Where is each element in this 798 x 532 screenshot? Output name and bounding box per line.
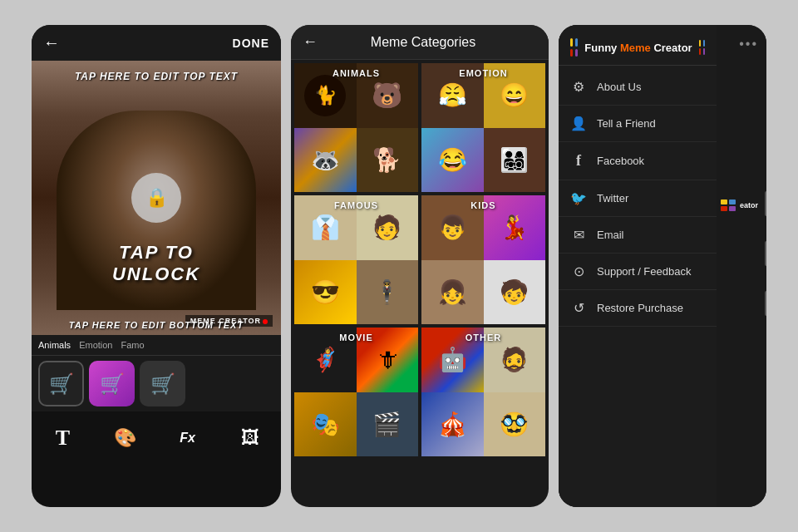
menu-item-restore[interactable]: ↺ Restore Purchase: [559, 290, 717, 327]
edge-handle-mid: [765, 241, 766, 266]
support-label: Support / Feedback: [597, 265, 691, 278]
person-icon: 👤: [570, 116, 587, 131]
category-tabs: Animals Emotion Famo: [32, 335, 281, 356]
sticker-row: 🛒 🛒 🛒: [32, 356, 281, 411]
menu-item-email[interactable]: ✉ Email: [559, 217, 717, 254]
menu-item-support[interactable]: ⊙ Support / Feedback: [559, 254, 717, 290]
menu-item-facebook[interactable]: f Facebook: [559, 142, 717, 180]
categories-title: Meme Categories: [329, 35, 517, 50]
gear-icon: ⚙: [570, 79, 587, 95]
menu-item-twitter[interactable]: 🐦 Twitter: [559, 180, 717, 217]
meme-editor-screen: ← DONE TAP HERE TO EDIT TOP TEXT 🔒 TAP T…: [32, 25, 281, 507]
email-icon: ✉: [570, 227, 587, 243]
facebook-icon: f: [570, 152, 587, 170]
color-tool[interactable]: 🎨: [107, 420, 144, 456]
tab-emotion[interactable]: Emotion: [79, 340, 112, 350]
menu-item-about[interactable]: ⚙ About Us: [559, 69, 717, 106]
tab-animals[interactable]: Animals: [38, 340, 71, 350]
meme-canvas[interactable]: TAP HERE TO EDIT TOP TEXT 🔒 TAP TOUNLOCK…: [32, 61, 281, 335]
category-emotion[interactable]: EMOTION 😤 😄 😂 👨‍👩‍👧‍👦: [421, 63, 545, 192]
sticker-item-3[interactable]: 🛒: [140, 361, 185, 406]
tab-famous[interactable]: Famo: [121, 340, 144, 350]
edge-handle-bot: [765, 291, 766, 316]
category-famous[interactable]: FAMOUS 👔 🧑 😎 🕴: [294, 195, 418, 324]
category-animals[interactable]: ANIMALS 🐈 🐻 🦝: [294, 63, 418, 192]
menu-items-list: ⚙ About Us 👤 Tell a Friend f Facebook 🐦 …: [559, 66, 717, 507]
twitter-icon: 🐦: [570, 190, 587, 206]
categories-topbar: ← Meme Categories: [291, 25, 549, 60]
tell-friend-label: Tell a Friend: [597, 117, 656, 130]
sticker-item-1[interactable]: 🛒: [38, 361, 84, 406]
image-tool[interactable]: 🖼: [232, 420, 268, 456]
category-kids[interactable]: KIDS 👦 💃 👧 🧒: [421, 195, 545, 324]
restore-label: Restore Purchase: [597, 302, 683, 314]
menu-logo-right: [699, 40, 705, 55]
category-other[interactable]: OTHER 🤖 🧔 🎪 🥸: [421, 328, 545, 456]
editor-topbar: ← DONE: [32, 25, 281, 61]
menu-item-friend[interactable]: 👤 Tell a Friend: [559, 106, 717, 142]
fx-tool[interactable]: Fx: [170, 420, 206, 456]
facebook-label: Facebook: [597, 155, 644, 167]
restore-icon: ↺: [570, 300, 587, 316]
bottom-text-overlay[interactable]: TAP HERE TO EDIT BOTTOM TEXT: [32, 320, 281, 330]
slide-menu-panel: Funny Meme Creator: [559, 25, 717, 507]
sticker-item-2[interactable]: 🛒: [89, 361, 135, 406]
top-text-overlay[interactable]: TAP HERE TO EDIT TOP TEXT: [32, 71, 281, 82]
support-icon: ⊙: [570, 264, 587, 279]
category-movie[interactable]: MOVIE 🦸 🗡 🎭 🎬: [294, 328, 418, 456]
edge-handle-top: [765, 191, 766, 216]
menu-header: Funny Meme Creator: [559, 25, 717, 66]
done-button[interactable]: DONE: [233, 37, 269, 50]
back-button[interactable]: ←: [43, 33, 60, 52]
mini-app-label: eator: [721, 200, 758, 211]
categories-screen: ← Meme Categories ANIMALS 🐈 🐻: [291, 25, 549, 507]
categories-grid: ANIMALS 🐈 🐻 🦝: [291, 60, 549, 460]
about-us-label: About Us: [597, 81, 641, 93]
tap-unlock-text: TAP TOUNLOCK: [32, 242, 281, 285]
editor-toolbar: T 🎨 Fx 🖼: [32, 411, 281, 465]
text-tool[interactable]: T: [45, 420, 81, 456]
three-dots[interactable]: •••: [739, 37, 758, 52]
email-label: Email: [597, 229, 624, 241]
app-logo-icon: [570, 38, 578, 57]
menu-screen: ••• eator: [559, 25, 766, 507]
twitter-label: Twitter: [597, 192, 628, 204]
back-button-cat[interactable]: ←: [303, 33, 318, 51]
menu-app-title: Funny Meme Creator: [584, 42, 692, 54]
lock-icon: 🔒: [131, 173, 181, 223]
